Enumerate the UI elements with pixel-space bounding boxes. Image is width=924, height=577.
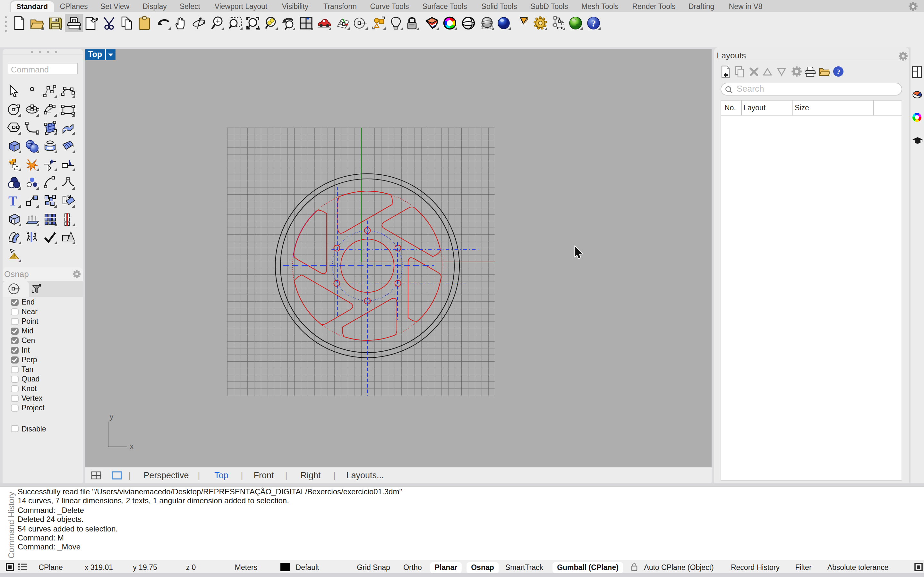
svg-text:T: T	[8, 193, 17, 208]
svg-text:y: y	[109, 412, 113, 421]
svg-text:?: ?	[837, 68, 840, 76]
svg-text:x: x	[129, 442, 134, 451]
svg-text:?: ?	[591, 18, 596, 29]
